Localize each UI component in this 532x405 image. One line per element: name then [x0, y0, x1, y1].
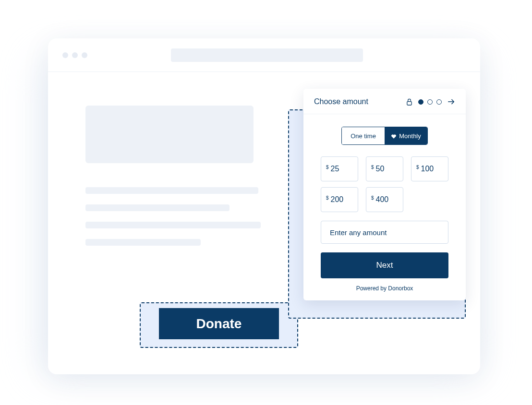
currency-symbol: $ [371, 165, 374, 170]
window-control-close[interactable] [62, 52, 68, 58]
step-dot [427, 99, 433, 105]
amount-value: 100 [421, 165, 434, 173]
custom-amount-input[interactable] [321, 221, 448, 244]
amount-value: 25 [331, 165, 339, 173]
frequency-monthly-label: Monthly [399, 132, 421, 140]
hero-image-placeholder [85, 106, 254, 163]
frequency-onetime[interactable]: One time [342, 127, 385, 144]
heart-icon [391, 133, 397, 139]
amount-option-25[interactable]: $ 25 [321, 156, 358, 181]
lock-icon [406, 98, 412, 106]
window-controls [62, 52, 87, 58]
next-button[interactable]: Next [321, 252, 448, 278]
text-placeholder [85, 187, 258, 194]
amount-grid: $ 25 $ 50 $ 100 $ 200 $ 400 [321, 156, 448, 212]
text-placeholder [85, 239, 201, 246]
frequency-toggle: One time Monthly [341, 127, 428, 145]
text-placeholder [85, 222, 261, 228]
step-indicator [418, 99, 442, 105]
currency-symbol: $ [326, 195, 329, 201]
amount-value: 50 [376, 165, 385, 173]
currency-symbol: $ [371, 195, 374, 201]
widget-body: One time Monthly $ 25 $ 50 $ [303, 114, 466, 300]
powered-by-label: Powered by Donorbox [321, 285, 448, 292]
svg-rect-0 [407, 101, 411, 105]
donate-button[interactable]: Donate [159, 308, 279, 339]
amount-option-100[interactable]: $ 100 [411, 156, 448, 181]
amount-value: 200 [331, 195, 344, 204]
step-dot [436, 99, 442, 105]
donation-widget: Choose amount One time [303, 89, 466, 300]
widget-header: Choose amount [303, 89, 466, 114]
text-placeholder [85, 204, 230, 211]
step-dot-active [418, 99, 423, 105]
currency-symbol: $ [416, 165, 419, 170]
address-bar[interactable] [171, 48, 363, 62]
window-control-maximize[interactable] [82, 52, 87, 58]
currency-symbol: $ [326, 165, 329, 170]
amount-option-200[interactable]: $ 200 [321, 187, 358, 212]
browser-chrome [48, 38, 480, 72]
popup-embed-zone: Donate [140, 302, 298, 348]
window-control-minimize[interactable] [72, 52, 78, 58]
amount-option-400[interactable]: $ 400 [366, 187, 403, 212]
frequency-onetime-label: One time [351, 132, 376, 140]
frequency-monthly[interactable]: Monthly [385, 127, 427, 144]
widget-title: Choose amount [314, 97, 368, 106]
amount-value: 400 [376, 195, 389, 204]
widget-header-actions [406, 98, 455, 106]
amount-option-50[interactable]: $ 50 [366, 156, 403, 181]
arrow-right-icon[interactable] [447, 98, 455, 105]
